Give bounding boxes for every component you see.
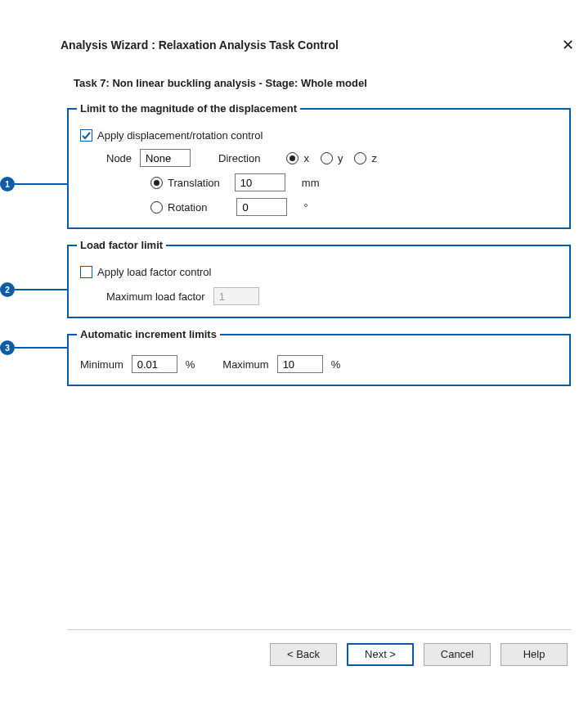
close-icon[interactable]: ✕	[558, 36, 577, 54]
minimum-label: Minimum	[80, 358, 123, 371]
apply-displacement-checkbox[interactable]: Apply displacement/rotation control	[80, 129, 263, 142]
radio-icon	[150, 201, 163, 214]
translation-label: Translation	[168, 177, 220, 189]
direction-x-radio[interactable]: x	[286, 152, 309, 164]
max-load-factor-label: Maximum load factor	[106, 290, 205, 303]
next-button[interactable]: Next >	[347, 643, 414, 666]
callout-badge-2: 2	[0, 282, 15, 297]
rotation-row: Rotation °	[150, 198, 558, 216]
dialog-title: Analysis Wizard : Relaxation Analysis Ta…	[61, 38, 339, 52]
load-factor-legend: Load factor limit	[77, 239, 166, 251]
direction-z-label: z	[371, 152, 377, 164]
minimum-input[interactable]	[132, 355, 177, 373]
dialog-content: Task 7: Non linear buckling analysis - S…	[57, 67, 581, 679]
direction-z-radio[interactable]: z	[354, 152, 377, 164]
task-subtitle: Task 7: Non linear buckling analysis - S…	[74, 77, 571, 89]
apply-load-factor-checkbox[interactable]: Apply load factor control	[80, 266, 211, 278]
back-button[interactable]: < Back	[270, 643, 337, 666]
displacement-limit-legend: Limit to the magnitude of the displaceme…	[77, 102, 300, 115]
help-button[interactable]: Help	[500, 643, 568, 666]
rotation-label: Rotation	[168, 201, 207, 214]
maximum-unit: %	[331, 358, 341, 371]
checkbox-icon	[80, 129, 92, 142]
cancel-button[interactable]: Cancel	[424, 643, 491, 666]
max-load-factor-row: Maximum load factor	[106, 287, 558, 305]
callout-badge-1: 1	[0, 177, 15, 191]
apply-load-factor-label: Apply load factor control	[97, 266, 211, 278]
radio-icon	[150, 177, 163, 189]
translation-unit: mm	[302, 177, 320, 189]
translation-input[interactable]	[235, 173, 285, 191]
titlebar: Analysis Wizard : Relaxation Analysis Ta…	[57, 33, 581, 67]
radio-icon	[321, 152, 333, 164]
direction-y-label: y	[338, 152, 343, 164]
radio-icon	[286, 152, 298, 164]
translation-row: Translation mm	[150, 173, 558, 191]
dialog: Analysis Wizard : Relaxation Analysis Ta…	[57, 33, 581, 679]
direction-x-label: x	[303, 152, 309, 164]
direction-y-radio[interactable]: y	[321, 152, 343, 164]
displacement-limit-group: Limit to the magnitude of the displaceme…	[67, 102, 571, 229]
rotation-input[interactable]	[236, 198, 287, 216]
checkbox-icon	[80, 266, 92, 278]
callout-badge-3: 3	[0, 340, 15, 355]
apply-displacement-label: Apply displacement/rotation control	[97, 129, 263, 142]
auto-increment-row: Minimum % Maximum %	[80, 355, 558, 373]
rotation-radio[interactable]: Rotation	[150, 201, 207, 214]
node-input[interactable]	[140, 149, 191, 167]
minimum-unit: %	[186, 358, 195, 371]
node-direction-row: Node Direction x y	[106, 149, 558, 167]
rotation-unit: °	[303, 201, 307, 214]
auto-increment-legend: Automatic increment limits	[77, 328, 220, 340]
translation-radio[interactable]: Translation	[150, 177, 220, 189]
direction-label: Direction	[218, 152, 260, 164]
button-bar: < Back Next > Cancel Help	[67, 640, 571, 673]
load-factor-group: Load factor limit Apply load factor cont…	[67, 239, 571, 318]
button-divider	[67, 629, 571, 630]
maximum-label: Maximum	[222, 358, 268, 371]
node-label: Node	[106, 152, 132, 164]
radio-icon	[354, 152, 366, 164]
page-root: 1 2 3 Analysis Wizard : Relaxation Analy…	[0, 0, 588, 711]
maximum-input[interactable]	[277, 355, 323, 373]
max-load-factor-input	[213, 287, 259, 305]
auto-increment-group: Automatic increment limits Minimum % Max…	[67, 328, 571, 386]
